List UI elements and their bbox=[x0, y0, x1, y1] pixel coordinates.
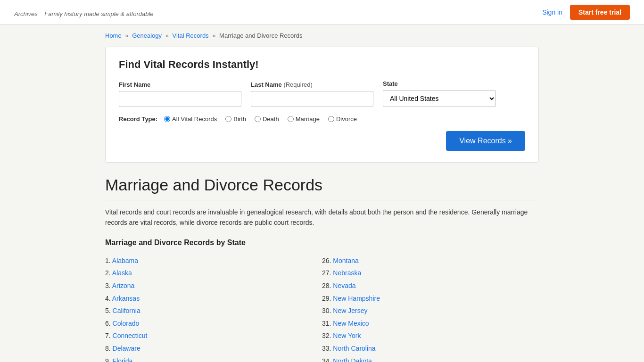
list-item: 7. Connecticut bbox=[105, 329, 322, 342]
list-item: 5. California bbox=[105, 304, 322, 317]
list-item: 4. Arkansas bbox=[105, 292, 322, 305]
state-link[interactable]: New Hampshire bbox=[333, 295, 380, 302]
state-select[interactable]: All United States Alabama Alaska Arizona… bbox=[383, 90, 496, 107]
breadcrumb-sep-3: » bbox=[212, 32, 215, 39]
breadcrumb-sep-1: » bbox=[125, 32, 128, 39]
list-item: 34. North Dakota bbox=[322, 355, 539, 362]
state-link[interactable]: Nevada bbox=[333, 282, 355, 289]
list-item: 2. Alaska bbox=[105, 267, 322, 280]
rt-divorce[interactable]: Divorce bbox=[328, 115, 357, 123]
main-content: Home » Genealogy » Vital Records » Marri… bbox=[96, 25, 548, 362]
rt-marriage[interactable]: Marriage bbox=[288, 115, 320, 123]
state-link[interactable]: Florida bbox=[113, 357, 133, 362]
page-title: Marriage and Divorce Records bbox=[105, 176, 539, 194]
state-link[interactable]: Arizona bbox=[112, 282, 134, 289]
state-link[interactable]: Alabama bbox=[112, 257, 138, 264]
list-item: 31. New Mexico bbox=[322, 317, 539, 330]
list-item: 26. Montana bbox=[322, 255, 539, 267]
first-name-group: First Name bbox=[119, 81, 241, 107]
list-item: 29. New Hampshire bbox=[322, 292, 539, 305]
list-item: 33. North Carolina bbox=[322, 342, 539, 355]
header-left: Archives Family history made simple & af… bbox=[14, 5, 154, 19]
view-records-button[interactable]: View Records » bbox=[446, 131, 525, 151]
breadcrumb-vital-records[interactable]: Vital Records bbox=[173, 32, 209, 39]
state-column-right: 26. Montana27. Nebraska28. Nevada29. New… bbox=[322, 255, 539, 362]
list-item: 6. Colorado bbox=[105, 317, 322, 330]
page-description: Vital records and court records are inva… bbox=[105, 207, 539, 228]
sign-in-link[interactable]: Sign in bbox=[542, 8, 562, 16]
rt-all[interactable]: All Vital Records bbox=[164, 115, 217, 123]
state-link[interactable]: Arkansas bbox=[112, 295, 140, 302]
state-link[interactable]: Connecticut bbox=[113, 332, 148, 339]
list-item: 27. Nebraska bbox=[322, 267, 539, 280]
breadcrumb-genealogy[interactable]: Genealogy bbox=[132, 32, 162, 39]
record-type-row: Record Type: All Vital Records Birth Dea… bbox=[119, 115, 525, 123]
record-type-label: Record Type: bbox=[119, 115, 157, 123]
breadcrumb-current: Marriage and Divorce Records bbox=[219, 32, 302, 39]
header-right: Sign in Start free trial bbox=[542, 5, 630, 20]
state-link[interactable]: New Jersey bbox=[333, 307, 367, 314]
state-column-left: 1. Alabama2. Alaska3. Arizona4. Arkansas… bbox=[105, 255, 322, 362]
view-records-row: View Records » bbox=[119, 131, 525, 151]
search-box: Find Vital Records Instantly! First Name… bbox=[105, 47, 539, 163]
first-name-label: First Name bbox=[119, 81, 241, 88]
start-trial-button[interactable]: Start free trial bbox=[570, 5, 630, 20]
last-name-input[interactable] bbox=[251, 91, 373, 107]
list-item: 9. Florida bbox=[105, 355, 322, 362]
state-list-heading: Marriage and Divorce Records by State bbox=[105, 239, 539, 247]
state-link[interactable]: Delaware bbox=[113, 345, 140, 352]
header: Archives Family history made simple & af… bbox=[0, 0, 644, 25]
list-item: 8. Delaware bbox=[105, 342, 322, 355]
state-link[interactable]: California bbox=[113, 307, 140, 314]
state-label: State bbox=[383, 80, 496, 87]
search-title: Find Vital Records Instantly! bbox=[119, 58, 525, 71]
last-name-label: Last Name (Required) bbox=[251, 81, 373, 88]
breadcrumb-home[interactable]: Home bbox=[105, 32, 122, 39]
breadcrumb-sep-2: » bbox=[165, 32, 169, 39]
state-link[interactable]: North Carolina bbox=[333, 345, 375, 352]
state-link[interactable]: North Dakota bbox=[333, 357, 372, 362]
state-link[interactable]: Colorado bbox=[113, 320, 140, 327]
state-link[interactable]: Alaska bbox=[112, 269, 132, 277]
list-item: 3. Arizona bbox=[105, 280, 322, 292]
search-fields-row: First Name Last Name (Required) State Al… bbox=[119, 80, 525, 107]
divider bbox=[105, 200, 539, 200]
state-link[interactable]: New York bbox=[333, 332, 361, 339]
breadcrumb: Home » Genealogy » Vital Records » Marri… bbox=[105, 32, 539, 39]
rt-birth[interactable]: Birth bbox=[225, 115, 246, 123]
rt-death[interactable]: Death bbox=[255, 115, 279, 123]
state-link[interactable]: New Mexico bbox=[333, 320, 369, 327]
last-name-group: Last Name (Required) bbox=[251, 81, 373, 107]
first-name-input[interactable] bbox=[119, 91, 241, 107]
site-logo: Archives Family history made simple & af… bbox=[14, 5, 154, 19]
state-link[interactable]: Montana bbox=[333, 257, 358, 264]
list-item: 32. New York bbox=[322, 329, 539, 342]
state-columns: 1. Alabama2. Alaska3. Arizona4. Arkansas… bbox=[105, 255, 539, 362]
list-item: 1. Alabama bbox=[105, 255, 322, 267]
state-link[interactable]: Nebraska bbox=[333, 269, 361, 277]
list-item: 30. New Jersey bbox=[322, 304, 539, 317]
state-group: State All United States Alabama Alaska A… bbox=[383, 80, 496, 107]
list-item: 28. Nevada bbox=[322, 280, 539, 292]
